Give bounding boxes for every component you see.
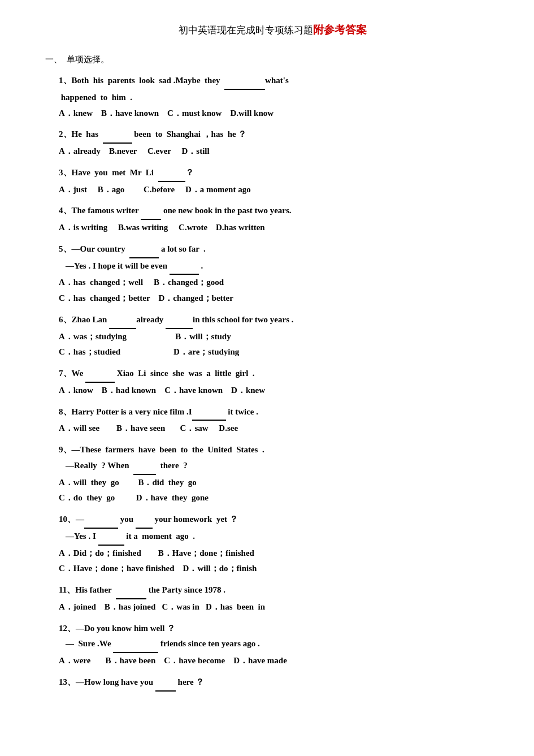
question-9: 9、—These farmers have been to the United… (45, 442, 500, 506)
q4-options: A．is writing B.was writing C.wrote D.has… (59, 220, 500, 236)
question-7: 7、We Xiao Li since she was a little girl… (45, 366, 500, 399)
q1-options: A．knew B．have known C．must know D.will k… (59, 106, 500, 122)
title-red-text: 附参考答案 (313, 24, 367, 36)
q12-line2: — Sure .We friends since ten years ago . (66, 636, 500, 653)
q11-text: 11、His father the Party since 1978 . (59, 582, 500, 599)
question-1: 1、Both his parents look sad .Maybe they … (45, 73, 500, 121)
q1-line2: happened to him . (59, 90, 500, 106)
question-5: 5、—Our country a lot so far . —Yes . I h… (45, 241, 500, 306)
q4-text: 4、The famous writer one new book in the … (59, 203, 500, 220)
q9-options2: C．do they go D．have they gone (59, 490, 500, 506)
q2-text: 2、He has been to Shanghai ，has he ？ (59, 127, 500, 144)
q6-options1: A．was；studying B．will；study (59, 329, 500, 345)
q6-options2: C．has；studied D．are；studying (59, 344, 500, 360)
q12-line1: 12、—Do you know him well ？ (59, 621, 500, 637)
question-11: 11、His father the Party since 1978 . A．j… (45, 582, 500, 615)
q11-options: A．joined B．has joined C．was in D．has bee… (59, 599, 500, 615)
q7-options: A．know B．had known C．have known D．knew (59, 383, 500, 399)
q1-line1: 1、Both his parents look sad .Maybe they … (59, 73, 500, 90)
question-3: 3、Have you met Mr Li ？ A．just B．ago C.be… (45, 165, 500, 198)
q6-text: 6、Zhao Lan already in this school for tw… (59, 312, 500, 329)
section-number: 一、 (45, 54, 62, 65)
question-2: 2、He has been to Shanghai ，has he ？ A．al… (45, 127, 500, 159)
page-title: 初中英语现在完成时专项练习题附参考答案 (45, 23, 500, 37)
q8-text: 8、Harry Potter is a very nice film .I it… (59, 404, 500, 421)
q5-options1: A．has changed；well B．changed；good (59, 275, 500, 291)
q9-line1: 9、—These farmers have been to the United… (59, 442, 500, 458)
q2-options: A．already B.never C.ever D．still (59, 144, 500, 159)
question-8: 8、Harry Potter is a very nice film .I it… (45, 404, 500, 437)
question-10: 10、— you your homework yet ？ —Yes . I it… (45, 512, 500, 577)
q8-options: A．will see B．have seen C．saw D.see (59, 421, 500, 437)
q9-options1: A．will they go B．did they go (59, 475, 500, 491)
q13-text: 13、—How long have you here ？ (59, 675, 500, 692)
q3-text: 3、Have you met Mr Li ？ (59, 165, 500, 182)
q10-line1: 10、— you your homework yet ？ (59, 512, 500, 529)
q7-text: 7、We Xiao Li since she was a little girl… (59, 366, 500, 383)
title-normal-text: 初中英语现在完成时专项练习题 (179, 25, 313, 36)
q10-options1: A．Did；do；finished B．Have；done；finished (59, 546, 500, 561)
q5-line2: —Yes . I hope it will be even . (66, 258, 500, 275)
question-13: 13、—How long have you here ？ (45, 675, 500, 692)
section-header: 一、 单项选择。 (45, 54, 500, 65)
q5-options2: C．has changed；better D．changed；better (59, 291, 500, 306)
q3-options: A．just B．ago C.before D．a moment ago (59, 182, 500, 198)
q12-options: A．were B．have been C．have become D．have … (59, 653, 500, 669)
q9-line2: —Really ? When there ? (66, 458, 500, 475)
q10-line2: —Yes . I it a moment ago . (66, 529, 500, 546)
q10-options2: C．Have；done；have finished D．will；do；fini… (59, 561, 500, 577)
question-6: 6、Zhao Lan already in this school for tw… (45, 312, 500, 360)
q5-line1: 5、—Our country a lot so far . (59, 241, 500, 258)
section-title: 单项选择。 (67, 54, 109, 65)
page-container: 初中英语现在完成时专项练习题附参考答案 一、 单项选择。 1、Both his … (45, 23, 500, 692)
question-4: 4、The famous writer one new book in the … (45, 203, 500, 236)
question-12: 12、—Do you know him well ？ — Sure .We fr… (45, 621, 500, 669)
